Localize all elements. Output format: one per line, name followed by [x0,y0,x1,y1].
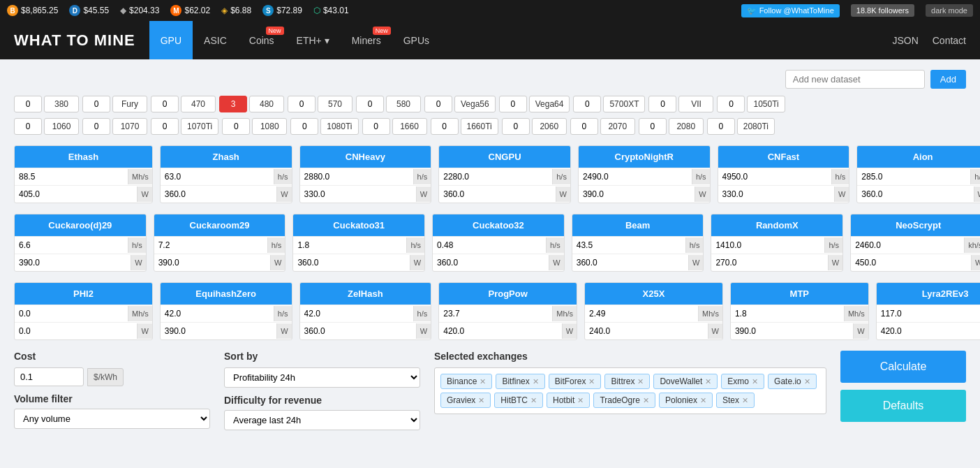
gpu-count-input[interactable] [14,96,42,112]
exchange-remove-icon[interactable]: ✕ [705,377,711,386]
gpu-count-input[interactable] [499,96,527,112]
dataset-input[interactable] [785,70,925,89]
algo-hashrate-input[interactable] [572,237,685,254]
algo-name[interactable]: NeoScrypt [851,214,980,236]
exchange-tag[interactable]: Stex✕ [716,393,755,408]
algo-name[interactable]: Cuckaroom29 [154,214,285,236]
gpu-count-input[interactable] [288,96,315,112]
algo-power-input[interactable] [300,186,416,203]
exchange-remove-icon[interactable]: ✕ [752,377,758,386]
algo-name[interactable]: Aion [857,146,980,168]
algo-power-input[interactable] [585,323,707,339]
algo-power-input[interactable] [579,186,695,203]
algo-power-input[interactable] [711,254,827,271]
algo-power-input[interactable] [877,323,980,339]
algo-power-input[interactable] [433,254,549,271]
algo-hashrate-input[interactable] [718,168,831,185]
sort-select[interactable]: Profitability 24hProfitability 1hRevenue… [224,367,420,388]
algo-hashrate-input[interactable] [439,168,552,185]
algo-name[interactable]: ProgPow [439,283,577,305]
exchange-tag[interactable]: Hotbit✕ [547,393,590,408]
algo-hashrate-input[interactable] [433,237,546,254]
algo-name[interactable]: CryptoNightR [579,146,710,168]
algo-name[interactable]: ZelHash [300,283,431,305]
gpu-count-input[interactable] [424,96,452,112]
gpu-count-input[interactable] [356,96,384,112]
exchange-remove-icon[interactable]: ✕ [637,377,644,386]
defaults-button[interactable]: Defaults [840,390,966,422]
exchange-remove-icon[interactable]: ✕ [700,396,706,405]
exchange-remove-icon[interactable]: ✕ [742,396,748,405]
algo-name[interactable]: PHI2 [15,283,152,305]
nav-miners[interactable]: MinersNew [341,21,392,59]
exchange-tag[interactable]: Binance✕ [440,374,492,389]
algo-name[interactable]: Beam [572,214,704,236]
exchange-tag[interactable]: Bittrex✕ [604,374,650,389]
algo-name[interactable]: CNGPU [439,146,570,168]
exchange-tag[interactable]: Exmo✕ [721,374,764,389]
gpu-count-input[interactable] [639,118,667,135]
gpu-count-input[interactable] [431,118,459,135]
algo-name[interactable]: Cuckatoo32 [433,214,564,236]
exchange-remove-icon[interactable]: ✕ [533,377,539,386]
algo-hashrate-input[interactable] [300,305,413,322]
algo-name[interactable]: CNHeavy [300,146,431,168]
gpu-count-input[interactable] [151,118,179,135]
algo-hashrate-input[interactable] [877,305,980,322]
gpu-count-input[interactable] [502,118,530,135]
gpu-count-input[interactable] [290,118,318,135]
algo-power-input[interactable] [161,323,276,339]
algo-name[interactable]: Cuckatoo31 [293,214,424,236]
nav-eth-plus[interactable]: ETH+ ▾ [285,21,341,59]
algo-power-input[interactable] [15,323,137,339]
gpu-count-input[interactable] [14,118,42,135]
add-dataset-button[interactable]: Add [930,70,966,89]
nav-asic[interactable]: ASIC [193,21,238,59]
algo-hashrate-input[interactable] [731,305,844,322]
algo-hashrate-input[interactable] [15,168,128,185]
gpu-count-input[interactable] [717,96,745,112]
gpu-count-input[interactable] [82,118,110,135]
algo-hashrate-input[interactable] [711,237,824,254]
exchange-tag[interactable]: HitBTC✕ [494,393,543,408]
algo-hashrate-input[interactable] [579,168,692,185]
follow-button[interactable]: 🐦 Follow @WhatToMine [741,4,840,17]
algo-power-input[interactable] [857,186,973,203]
exchange-tag[interactable]: Poloniex✕ [659,393,713,408]
exchange-remove-icon[interactable]: ✕ [643,396,649,405]
algo-name[interactable]: Zhash [161,146,292,168]
algo-power-input[interactable] [154,254,270,271]
algo-power-input[interactable] [439,186,555,203]
algo-name[interactable]: EquihashZero [161,283,292,305]
exchange-tag[interactable]: DoveWallet✕ [653,374,718,389]
gpu-count-input[interactable] [82,96,110,112]
exchange-tag[interactable]: TradeOgre✕ [593,393,655,408]
nav-contact[interactable]: Contact [933,35,966,46]
algo-power-input[interactable] [300,323,416,339]
gpu-count-input[interactable] [222,118,250,135]
algo-power-input[interactable] [15,254,131,271]
exchange-remove-icon[interactable]: ✕ [588,377,595,386]
exchange-remove-icon[interactable]: ✕ [577,396,584,405]
algo-power-input[interactable] [731,323,853,339]
difficulty-select[interactable]: Average last 24hCurrentAverage last 7d [224,410,420,430]
algo-hashrate-input[interactable] [851,237,964,254]
exchange-remove-icon[interactable]: ✕ [530,396,537,405]
gpu-count-input[interactable] [573,96,601,112]
algo-hashrate-input[interactable] [857,168,970,185]
algo-name[interactable]: RandomX [711,214,842,236]
nav-gpus[interactable]: GPUs [392,21,440,59]
algo-name[interactable]: Cuckaroo(d)29 [15,214,146,236]
volume-filter-select[interactable]: Any volume> $1K> $10K> $100K [14,409,210,429]
algo-hashrate-input[interactable] [300,168,413,185]
exchange-remove-icon[interactable]: ✕ [804,377,810,386]
algo-hashrate-input[interactable] [161,305,274,322]
nav-coins[interactable]: CoinsNew [238,21,285,59]
gpu-count-input[interactable] [151,96,179,112]
gpu-count-input[interactable] [570,118,598,135]
exchange-remove-icon[interactable]: ✕ [478,396,484,405]
algo-power-input[interactable] [15,186,137,203]
gpu-count-input[interactable] [219,96,247,112]
gpu-count-input[interactable] [362,118,390,135]
algo-power-input[interactable] [161,186,276,203]
